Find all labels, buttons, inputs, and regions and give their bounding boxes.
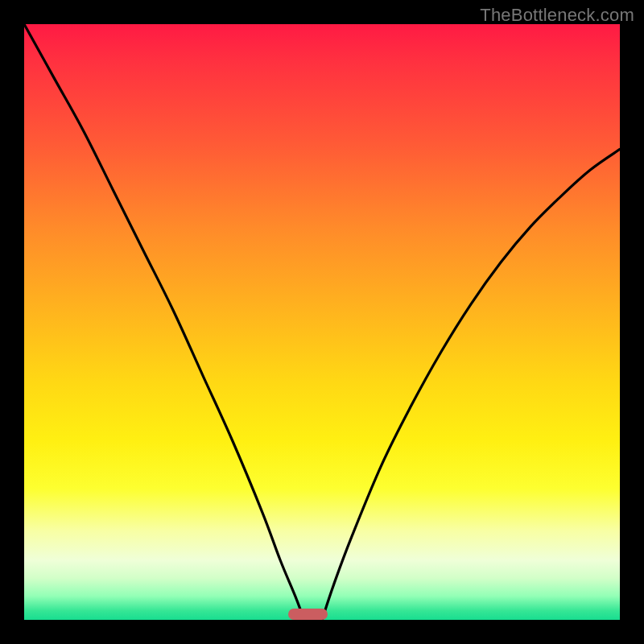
right-curve: [322, 149, 620, 620]
curve-layer: [24, 24, 620, 620]
plot-area: [24, 24, 620, 620]
bottleneck-marker: [288, 609, 328, 620]
left-curve: [24, 24, 304, 620]
chart-frame: TheBottleneck.com: [0, 0, 644, 644]
watermark-text: TheBottleneck.com: [480, 5, 634, 26]
